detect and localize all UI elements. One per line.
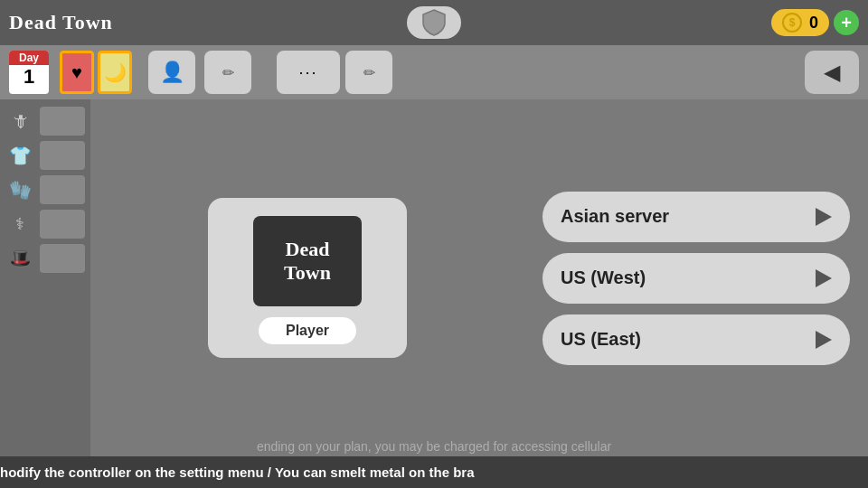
gloves-slot[interactable] [40,175,85,204]
health-symbol: ♥ [71,62,82,83]
energy-icon: 🌙 [98,51,132,94]
asian-server-label: Asian server [561,206,669,227]
ticker-text: hodify the controller on the setting men… [0,465,475,480]
chat-area: ··· ✏ [277,51,392,94]
top-bar: Dead Town $ 0 + [0,0,868,45]
player-card: Dead Town Player [208,198,407,358]
gloves-icon: 🧤 [5,175,34,204]
player-actions: 👤 ✏ [148,51,251,94]
medkit-slot[interactable] [40,210,85,239]
hat-slot[interactable] [40,244,85,273]
logo-line1: Dead [286,238,330,261]
energy-symbol: 🌙 [104,61,127,83]
medkit-icon: ⚕ [5,210,34,239]
currency-area: $ 0 + [771,9,859,36]
us-east-server-arrow-icon [816,331,832,349]
chat-edit-button[interactable]: ✏ [345,51,392,94]
list-item: 🧤 [5,175,85,204]
logo-line2: Town [284,261,331,285]
us-west-server-label: US (West) [561,267,646,288]
shield-button[interactable] [407,6,461,39]
second-bar: Day 1 ♥ 🌙 👤 ✏ ··· ✏ ◀ [0,45,868,99]
us-east-server-label: US (East) [561,329,641,350]
weapon-icon: 🗡 [5,107,34,136]
main-content: 🗡 👕 🧤 ⚕ 🎩 Dead Town Player [0,99,868,456]
list-item: 🗡 [5,107,85,136]
chat-button[interactable]: ··· [277,51,340,94]
bottom-ticker: hodify the controller on the setting men… [0,456,868,488]
list-item: 🎩 [5,244,85,273]
player-edit-icon: ✏ [222,64,234,81]
hat-icon: 🎩 [5,244,34,273]
shirt-icon: 👕 [5,141,34,170]
chat-icon: ··· [298,63,317,82]
back-button[interactable]: ◀ [805,51,859,94]
player-profile-button[interactable]: 👤 [148,51,195,94]
game-logo: Dead Town [253,216,362,306]
day-box: Day 1 [9,51,49,94]
status-icons: ♥ 🌙 [60,51,132,94]
shirt-slot[interactable] [40,141,85,170]
list-item: 👕 [5,141,85,170]
back-icon: ◀ [824,60,840,85]
server-list-panel: Asian server US (West) US (East) [524,99,868,456]
currency-value: 0 [809,14,818,33]
chat-edit-icon: ✏ [363,64,375,81]
us-west-server-button[interactable]: US (West) [542,253,850,304]
player-name-badge[interactable]: Player [259,317,356,344]
left-sidebar: 🗡 👕 🧤 ⚕ 🎩 [0,99,90,456]
weapon-slot[interactable] [40,107,85,136]
center-panel: Dead Town Player [90,99,524,456]
health-icon: ♥ [60,51,94,94]
list-item: ⚕ [5,210,85,239]
day-label: Day [9,51,49,65]
day-number: 1 [24,65,34,89]
us-east-server-button[interactable]: US (East) [542,314,850,365]
game-title: Dead Town [9,11,113,34]
coin-icon: $ [782,13,802,33]
asian-server-button[interactable]: Asian server [542,192,850,242]
currency-box: $ 0 [771,9,829,36]
add-currency-button[interactable]: + [834,10,859,35]
us-west-server-arrow-icon [816,269,832,287]
asian-server-arrow-icon [816,208,832,226]
player-profile-icon: 👤 [160,61,184,84]
player-edit-button[interactable]: ✏ [204,51,251,94]
